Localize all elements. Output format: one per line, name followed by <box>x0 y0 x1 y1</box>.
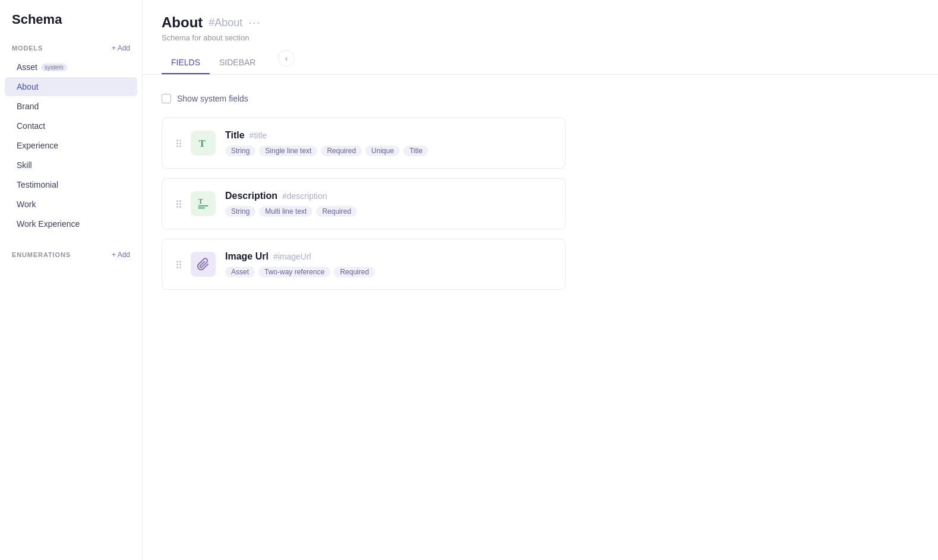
show-system-fields-checkbox[interactable] <box>162 94 171 103</box>
field-tag: String <box>225 206 255 217</box>
field-name: Image Url <box>225 251 269 262</box>
field-card-image-url[interactable]: Image Url#imageUrlAssetTwo-way reference… <box>162 239 566 290</box>
field-name: Description <box>225 191 277 201</box>
multiline-field-icon: T <box>191 191 216 216</box>
field-tag: Required <box>334 267 375 277</box>
sidebar-item-work-experience[interactable]: Work Experience <box>5 214 137 233</box>
page-title: About <box>162 14 203 31</box>
asset-field-icon <box>191 252 216 277</box>
page-title-hash: #About <box>209 17 242 29</box>
models-add-button[interactable]: + Add <box>112 44 130 52</box>
field-tag: Required <box>316 206 357 217</box>
field-tag: Asset <box>225 267 255 277</box>
collapse-sidebar-button[interactable]: ‹ <box>278 50 295 67</box>
field-tag: String <box>225 145 255 156</box>
app-title: Schema <box>0 12 142 39</box>
svg-text:T: T <box>199 138 206 149</box>
field-tag: Unique <box>365 145 400 156</box>
main-content: ‹ About #About ··· Schema for about sect… <box>143 0 938 560</box>
field-tag: Multi line text <box>259 206 312 217</box>
drag-handle[interactable] <box>176 140 181 147</box>
drag-handle[interactable] <box>176 261 181 268</box>
tab-sidebar[interactable]: SIDEBAR <box>210 52 265 74</box>
models-section-header: MODELS + Add <box>0 39 142 57</box>
sidebar-item-brand[interactable]: Brand <box>5 97 137 116</box>
fields-list: TTitle#titleStringSingle line textRequir… <box>162 118 919 290</box>
sidebar-item-contact[interactable]: Contact <box>5 116 137 135</box>
field-card-title[interactable]: TTitle#titleStringSingle line textRequir… <box>162 118 566 169</box>
svg-text:T: T <box>198 197 203 205</box>
field-info: Title#titleStringSingle line textRequire… <box>225 130 551 156</box>
field-info: Description#descriptionStringMulti line … <box>225 191 551 217</box>
tabs: FIELDSSIDEBAR <box>162 52 919 74</box>
page-options-button[interactable]: ··· <box>248 17 261 29</box>
field-tag: Two-way reference <box>258 267 330 277</box>
enumerations-add-button[interactable]: + Add <box>112 251 130 259</box>
enumerations-section-header: ENUMERATIONS + Add <box>0 246 142 264</box>
field-info: Image Url#imageUrlAssetTwo-way reference… <box>225 251 551 277</box>
sidebar: Schema MODELS + Add AssetsystemAboutBran… <box>0 0 143 560</box>
tab-fields[interactable]: FIELDS <box>162 52 210 74</box>
sidebar-item-about[interactable]: About <box>5 77 137 96</box>
content-area: Show system fields TTitle#titleStringSin… <box>143 75 938 560</box>
text-field-icon: T <box>191 131 216 156</box>
field-hash: #title <box>249 131 267 140</box>
drag-handle[interactable] <box>176 200 181 208</box>
page-subtitle: Schema for about section <box>162 33 919 42</box>
sidebar-item-testimonial[interactable]: Testimonial <box>5 175 137 194</box>
sidebar-item-experience[interactable]: Experience <box>5 136 137 155</box>
show-system-fields-label[interactable]: Show system fields <box>177 94 248 103</box>
sidebar-item-work[interactable]: Work <box>5 195 137 214</box>
sidebar-item-asset[interactable]: Assetsystem <box>5 58 137 77</box>
enumerations-label: ENUMERATIONS <box>12 251 71 258</box>
field-tag: Title <box>403 145 428 156</box>
sidebar-item-skill[interactable]: Skill <box>5 156 137 175</box>
show-system-fields-row: Show system fields <box>162 94 919 103</box>
field-tag: Single line text <box>259 145 317 156</box>
models-label: MODELS <box>12 45 43 52</box>
system-badge: system <box>41 64 67 71</box>
field-hash: #imageUrl <box>273 252 311 261</box>
page-header: About #About ··· Schema for about sectio… <box>143 0 938 75</box>
field-name: Title <box>225 130 245 141</box>
sidebar-items: AssetsystemAboutBrandContactExperienceSk… <box>0 57 142 234</box>
field-card-description[interactable]: TDescription#descriptionStringMulti line… <box>162 178 566 229</box>
field-tag: Required <box>321 145 362 156</box>
field-hash: #description <box>282 191 327 201</box>
